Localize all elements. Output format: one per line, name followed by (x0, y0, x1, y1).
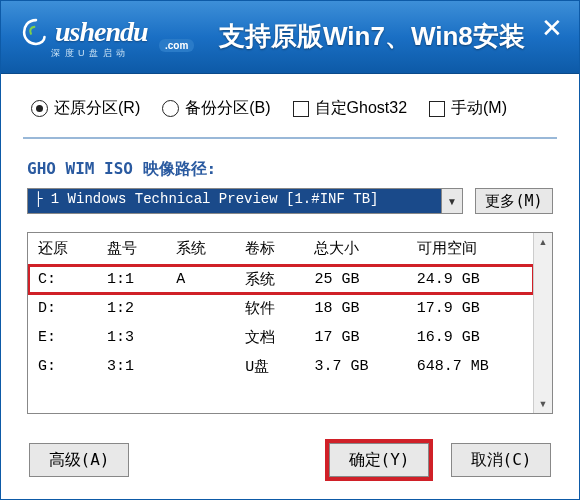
logo-subtitle: 深 度 U 盘 启 动 (51, 47, 126, 60)
col-restore[interactable]: 还原 (28, 233, 97, 265)
cell-disk: 3:1 (97, 352, 166, 381)
cell-free: 17.9 GB (407, 294, 534, 323)
footer-buttons: 高级(A) 确定(Y) 取消(C) (29, 443, 551, 477)
col-free[interactable]: 可用空间 (407, 233, 534, 265)
logo-text: ushendu (55, 16, 148, 48)
cell-sys (166, 352, 235, 381)
advanced-button[interactable]: 高级(A) (29, 443, 129, 477)
scroll-down-icon[interactable]: ▼ (534, 395, 552, 413)
cell-drive: G: (28, 352, 97, 381)
cell-free: 16.9 GB (407, 323, 534, 352)
cell-disk: 1:2 (97, 294, 166, 323)
table-row[interactable]: E:1:3文档17 GB16.9 GB (28, 323, 534, 352)
cell-drive: D: (28, 294, 97, 323)
cell-total: 18 GB (304, 294, 406, 323)
checkbox-manual[interactable]: 手动(M) (429, 98, 507, 119)
combobox-value: ├ 1 Windows Technical Preview [1.#INF TB… (28, 189, 441, 213)
radio-icon (162, 100, 179, 117)
table-header-row: 还原 盘号 系统 卷标 总大小 可用空间 (28, 233, 534, 265)
image-path-row: ├ 1 Windows Technical Preview [1.#INF TB… (27, 188, 553, 214)
table-row[interactable]: D:1:2软件18 GB17.9 GB (28, 294, 534, 323)
image-path-label: GHO WIM ISO 映像路径: (27, 159, 553, 180)
scrollbar[interactable]: ▲ ▼ (533, 233, 552, 413)
cell-disk: 1:3 (97, 323, 166, 352)
col-label[interactable]: 卷标 (235, 233, 304, 265)
table-row[interactable]: G:3:1U盘3.7 GB648.7 MB (28, 352, 534, 381)
app-window: ushendu .com 深 度 U 盘 启 动 支持原版Win7、Win8安装… (0, 0, 580, 500)
table-row[interactable]: C:1:1A系统25 GB24.9 GB (28, 265, 534, 295)
checkbox-label: 手动(M) (451, 98, 507, 119)
cell-sys (166, 323, 235, 352)
cell-total: 3.7 GB (304, 352, 406, 381)
scroll-up-icon[interactable]: ▲ (534, 233, 552, 251)
checkbox-label: 自定Ghost32 (315, 98, 407, 119)
cancel-button[interactable]: 取消(C) (451, 443, 551, 477)
logo-com: .com (159, 39, 194, 52)
cell-label: 文档 (235, 323, 304, 352)
body-panel: 还原分区(R) 备份分区(B) 自定Ghost32 手动(M) GHO WIM … (1, 74, 579, 414)
radio-icon (31, 100, 48, 117)
radio-restore-partition[interactable]: 还原分区(R) (31, 98, 140, 119)
cell-sys: A (166, 265, 235, 295)
ok-button[interactable]: 确定(Y) (329, 443, 429, 477)
checkbox-icon (429, 101, 445, 117)
cell-free: 648.7 MB (407, 352, 534, 381)
checkbox-custom-ghost32[interactable]: 自定Ghost32 (293, 98, 407, 119)
radio-backup-partition[interactable]: 备份分区(B) (162, 98, 270, 119)
chevron-down-icon[interactable]: ▼ (441, 189, 462, 213)
logo: ushendu (19, 15, 148, 49)
col-total[interactable]: 总大小 (304, 233, 406, 265)
image-path-combobox[interactable]: ├ 1 Windows Technical Preview [1.#INF TB… (27, 188, 463, 214)
cell-drive: C: (28, 265, 97, 295)
radio-label: 备份分区(B) (185, 98, 270, 119)
cell-label: 软件 (235, 294, 304, 323)
tagline: 支持原版Win7、Win8安装 (219, 19, 525, 54)
partition-table-container: 还原 盘号 系统 卷标 总大小 可用空间 C:1:1A系统25 GB24.9 G… (27, 232, 553, 414)
col-disk[interactable]: 盘号 (97, 233, 166, 265)
checkbox-icon (293, 101, 309, 117)
cell-disk: 1:1 (97, 265, 166, 295)
cell-sys (166, 294, 235, 323)
cell-free: 24.9 GB (407, 265, 534, 295)
right-button-group: 确定(Y) 取消(C) (329, 443, 551, 477)
close-button[interactable]: ✕ (541, 15, 563, 41)
logo-swirl-icon (19, 15, 53, 49)
cell-total: 17 GB (304, 323, 406, 352)
partition-table: 还原 盘号 系统 卷标 总大小 可用空间 C:1:1A系统25 GB24.9 G… (28, 233, 534, 381)
cell-drive: E: (28, 323, 97, 352)
titlebar: ushendu .com 深 度 U 盘 启 动 支持原版Win7、Win8安装… (1, 1, 579, 74)
col-system[interactable]: 系统 (166, 233, 235, 265)
cell-label: 系统 (235, 265, 304, 295)
cell-total: 25 GB (304, 265, 406, 295)
mode-options-row: 还原分区(R) 备份分区(B) 自定Ghost32 手动(M) (23, 74, 557, 139)
cell-label: U盘 (235, 352, 304, 381)
radio-label: 还原分区(R) (54, 98, 140, 119)
more-button[interactable]: 更多(M) (475, 188, 553, 214)
